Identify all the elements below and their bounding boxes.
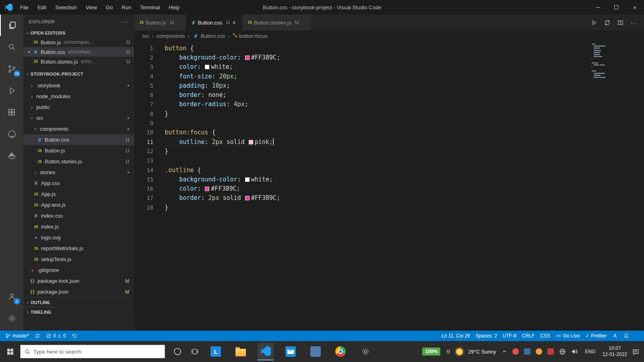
project-header[interactable]: › STORYBOOK-PROJECT: [23, 70, 134, 78]
tray-app-icon-2[interactable]: [524, 348, 530, 355]
eol-indicator[interactable]: CRLF: [519, 331, 537, 341]
code-line-10[interactable]: 10button:focus {: [134, 128, 644, 137]
run-file-icon[interactable]: [590, 19, 597, 26]
tray-app-icon-3[interactable]: [536, 348, 542, 355]
minimap[interactable]: [592, 43, 637, 81]
tab-button-css[interactable]: #Button.cssU×: [186, 14, 242, 31]
code-line-12[interactable]: 12}: [134, 146, 644, 156]
source-control-activity-button[interactable]: 25: [0, 58, 23, 80]
code-line-7[interactable]: 7 border-radius: 4px;: [134, 100, 644, 109]
close-window-button[interactable]: ×: [625, 0, 644, 14]
notifications-button[interactable]: [621, 331, 632, 341]
open-editor-button-css[interactable]: ×#Button.csssrc\compo...U: [23, 47, 134, 57]
code-line-18[interactable]: 18}: [134, 203, 644, 212]
github-activity-button[interactable]: [0, 123, 23, 145]
split-editor-icon[interactable]: [617, 19, 624, 26]
code-line-17[interactable]: 17 border: 2px solid #FF389C;: [134, 193, 644, 203]
sidebar-more-actions-icon[interactable]: ···: [121, 18, 128, 25]
settings-button[interactable]: [0, 307, 23, 329]
code-line-5[interactable]: 5 padding: 10px;: [134, 81, 644, 90]
problems-indicator[interactable]: 0 ⚠ 0: [43, 331, 68, 341]
folder-stories[interactable]: ›stories●: [23, 167, 134, 178]
mail-app-icon[interactable]: [283, 343, 299, 360]
network-icon[interactable]: [559, 348, 566, 355]
sync-button[interactable]: [32, 331, 43, 341]
tab-button-stories-js[interactable]: JSButton.stories.jsU: [242, 14, 311, 31]
code-line-6[interactable]: 6 border: none;: [134, 90, 644, 99]
file-button-css[interactable]: #Button.cssU: [23, 134, 134, 145]
code-line-15[interactable]: 15 background-color: white;: [134, 175, 644, 184]
menu-item-edit[interactable]: Edit: [33, 0, 51, 14]
settings-app-icon[interactable]: [357, 343, 374, 360]
l-app-icon[interactable]: L: [208, 343, 224, 360]
sync-changes-icon[interactable]: [604, 19, 611, 26]
file-package-json[interactable]: {}package.jsonM: [23, 286, 134, 297]
encoding-indicator[interactable]: UTF-8: [500, 331, 519, 341]
file-index-css[interactable]: #index.css: [23, 210, 134, 221]
code-line-1[interactable]: 1button {: [134, 43, 644, 53]
tab-button-js[interactable]: JSButton.jsU: [134, 14, 186, 31]
code-line-13[interactable]: 13: [134, 156, 644, 165]
folder--storybook[interactable]: ›.storybook●: [23, 80, 134, 91]
docker-activity-button[interactable]: [0, 145, 23, 167]
go-live-button[interactable]: Go Live: [553, 331, 582, 341]
folder-components[interactable]: ›components●: [23, 123, 134, 134]
file-reportwebvitals-js[interactable]: JSreportWebVitals.js: [23, 243, 134, 254]
folder-node-modules[interactable]: ›node_modules: [23, 91, 134, 102]
breadcrumb-button-focus[interactable]: button:focus: [233, 33, 268, 39]
taskbar-search-input[interactable]: [33, 349, 161, 355]
file-logo-svg[interactable]: ◈logo.svg: [23, 232, 134, 243]
volume-icon[interactable]: [571, 348, 578, 355]
accounts-button[interactable]: 1: [0, 286, 23, 307]
code-line-8[interactable]: 8}: [134, 109, 644, 118]
tray-chevron-up-icon[interactable]: [502, 349, 507, 354]
code-line-11[interactable]: 11 outline: 2px solid pink;: [134, 137, 644, 146]
chrome-icon[interactable]: [332, 343, 349, 360]
tray-app-icon-4[interactable]: [547, 348, 554, 355]
explorer-activity-button[interactable]: [0, 14, 23, 36]
code-line-3[interactable]: 3 color: white;: [134, 62, 644, 72]
file-index-js[interactable]: JSindex.js: [23, 221, 134, 232]
cortana-icon[interactable]: [173, 347, 182, 356]
file--gitignore[interactable]: ◆.gitignore: [23, 265, 134, 276]
prettier-button[interactable]: ✓ Prettier: [582, 331, 609, 341]
photos-app-icon[interactable]: [308, 343, 324, 360]
run-debug-activity-button[interactable]: [0, 80, 23, 101]
menu-item-terminal[interactable]: Terminal: [136, 0, 164, 14]
clock[interactable]: 10:07 12-01-2022: [603, 346, 627, 358]
feedback-button[interactable]: [609, 331, 621, 341]
breadcrumb-src[interactable]: src: [142, 33, 149, 39]
folder-src[interactable]: ›src●: [23, 113, 134, 123]
file-app-css[interactable]: #App.css: [23, 178, 134, 189]
file-button-stories-js[interactable]: JSButton.stories.jsU: [23, 156, 134, 167]
weather-widget[interactable]: 29°C Sunny: [468, 349, 496, 355]
start-button[interactable]: [0, 341, 20, 362]
menu-item-run[interactable]: Run: [117, 0, 136, 14]
minimize-button[interactable]: [588, 0, 607, 14]
tray-app-icon-1[interactable]: [512, 348, 519, 355]
keyboard-language-indicator[interactable]: ENG: [584, 349, 597, 354]
timeline-header[interactable]: › TIMELINE: [23, 307, 134, 317]
outline-header[interactable]: › OUTLINE: [23, 297, 134, 307]
breadcrumb-components[interactable]: components: [157, 33, 185, 39]
menu-item-go[interactable]: Go: [101, 0, 117, 14]
battery-indicator[interactable]: 100%: [422, 348, 440, 356]
menu-item-file[interactable]: File: [16, 0, 33, 14]
vscode-taskbar-icon[interactable]: [258, 343, 274, 360]
extensions-activity-button[interactable]: [0, 101, 23, 123]
menu-item-help[interactable]: Help: [164, 0, 184, 14]
close-editor-icon[interactable]: ×: [26, 49, 32, 55]
code-line-4[interactable]: 4 font-size: 20px;: [134, 72, 644, 81]
file-app-test-js[interactable]: JSApp.test.js: [23, 200, 134, 210]
file-package-lock-json[interactable]: {}package-lock.jsonM: [23, 276, 134, 286]
file-setuptests-js[interactable]: JSsetupTests.js: [23, 254, 134, 265]
action-center-icon[interactable]: [632, 348, 639, 355]
cursor-position-indicator[interactable]: Ln 11, Col 29: [439, 331, 473, 341]
indentation-indicator[interactable]: Spaces: 2: [473, 331, 500, 341]
code-line-16[interactable]: 16 color: #FF389C;: [134, 184, 644, 193]
language-indicator[interactable]: CSS: [537, 331, 553, 341]
file-button-js[interactable]: JSButton.jsU: [23, 145, 134, 156]
close-tab-icon[interactable]: ×: [231, 19, 238, 26]
code-line-9[interactable]: 9: [134, 118, 644, 128]
open-editors-header[interactable]: › OPEN EDITORS: [23, 29, 134, 37]
